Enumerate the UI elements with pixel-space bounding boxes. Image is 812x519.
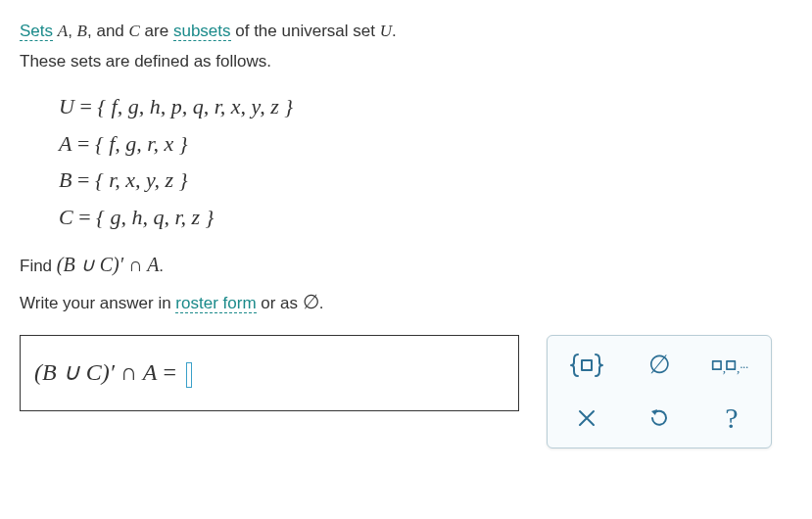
roster-tool-button[interactable]	[566, 348, 607, 383]
find-expression: (B ∪ C)′ ∩ A	[57, 254, 160, 275]
sets-link: Sets	[20, 22, 53, 41]
close-icon	[576, 407, 597, 429]
def-b: B = { r, x, y, z }	[59, 162, 792, 198]
var-u: U	[380, 22, 392, 40]
svg-rect-3	[727, 361, 735, 369]
svg-text:...: ...	[740, 358, 748, 371]
help-icon: ?	[725, 401, 738, 435]
intro-line2: These sets are defined as follows.	[20, 48, 792, 74]
answer-input-cursor[interactable]	[186, 362, 192, 388]
def-u: U = { f, g, h, p, q, r, x, y, z }	[59, 88, 792, 124]
list-icon: , , ...	[711, 354, 752, 377]
list-tool-button[interactable]: , , ...	[711, 348, 752, 383]
intro-line1: Sets A, B, and C are subsets of the univ…	[20, 18, 792, 44]
answer-lhs: (B ∪ C)′ ∩ A	[34, 359, 157, 385]
svg-rect-0	[582, 360, 592, 370]
braces-icon	[568, 351, 605, 380]
def-c: C = { g, h, q, r, z }	[59, 199, 792, 235]
var-a: A	[58, 22, 68, 40]
subsets-link: subsets	[173, 22, 231, 41]
set-definitions: U = { f, g, h, p, q, r, x, y, z } A = { …	[59, 88, 792, 235]
reset-button[interactable]	[639, 401, 680, 436]
tool-panel: ∅ , , ...	[547, 335, 772, 448]
help-button[interactable]: ?	[711, 401, 752, 436]
empty-set-symbol: ∅	[303, 291, 319, 312]
clear-button[interactable]	[566, 401, 607, 436]
answer-box[interactable]: (B ∪ C)′ ∩ A =	[20, 335, 519, 411]
roster-form-link: roster form	[175, 294, 256, 313]
question-block: Find (B ∪ C)′ ∩ A. Write your answer in …	[20, 249, 792, 317]
empty-set-button[interactable]: ∅	[639, 348, 680, 383]
empty-set-icon: ∅	[648, 350, 671, 380]
def-a: A = { f, g, r, x }	[59, 125, 792, 162]
svg-text:,: ,	[723, 360, 726, 375]
undo-icon	[646, 405, 672, 431]
var-b: B	[77, 22, 87, 40]
var-c: C	[129, 22, 140, 40]
svg-rect-1	[713, 361, 721, 369]
